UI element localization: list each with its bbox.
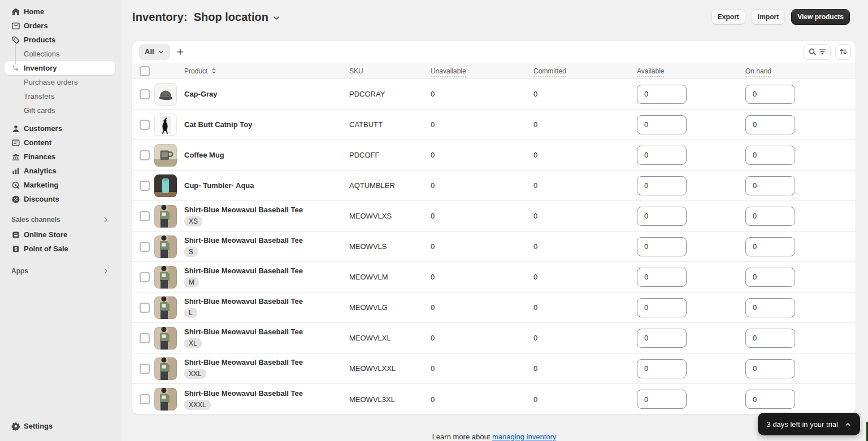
product-name-link[interactable]: Shirt-Blue Meowavul Baseball Tee bbox=[184, 389, 303, 398]
sku-cell: MEOWVLXXL bbox=[349, 364, 431, 373]
sidebar-item-gift-cards[interactable]: Gift cards bbox=[5, 103, 115, 117]
sidebar-item-inventory[interactable]: Inventory bbox=[5, 61, 115, 75]
sidebar-item-marketing[interactable]: Marketing bbox=[5, 178, 115, 192]
on-hand-input[interactable] bbox=[745, 146, 795, 165]
committed-cell: 0 bbox=[533, 212, 637, 220]
sidebar-item-products[interactable]: Products bbox=[5, 33, 115, 47]
export-button[interactable]: Export bbox=[711, 9, 745, 25]
view-products-button[interactable]: View products bbox=[791, 9, 850, 25]
unavailable-cell: 0 bbox=[431, 395, 533, 404]
sidebar-item-transfers[interactable]: Transfers bbox=[5, 89, 115, 103]
row-checkbox[interactable] bbox=[140, 242, 150, 252]
available-input[interactable] bbox=[637, 390, 687, 409]
row-checkbox[interactable] bbox=[140, 303, 150, 313]
sidebar-item-finances[interactable]: Finances bbox=[5, 150, 115, 164]
tabbar-right bbox=[804, 44, 851, 60]
title-wrap: Inventory: Shop location bbox=[132, 11, 280, 24]
row-checkbox[interactable] bbox=[140, 120, 150, 130]
on-hand-input[interactable] bbox=[745, 237, 795, 256]
sku-cell: MEOWVLM bbox=[349, 273, 431, 281]
product-thumbnail bbox=[154, 83, 177, 106]
on-hand-input[interactable] bbox=[745, 85, 795, 104]
sidebar-item-analytics[interactable]: Analytics bbox=[5, 164, 115, 178]
product-name-link[interactable]: Shirt-Blue Meowavul Baseball Tee bbox=[184, 236, 303, 244]
customers-icon bbox=[11, 124, 20, 133]
sidebar-section-header-apps[interactable]: Apps bbox=[5, 263, 115, 279]
available-input[interactable] bbox=[637, 268, 687, 287]
column-available: Available bbox=[637, 67, 745, 75]
filter-tabbar: All bbox=[132, 41, 856, 63]
on-hand-input[interactable] bbox=[745, 390, 795, 409]
sidebar-section-header-sales-channels[interactable]: Sales channels bbox=[5, 212, 115, 228]
on-hand-input[interactable] bbox=[745, 115, 795, 134]
tab-all[interactable]: All bbox=[139, 44, 170, 60]
available-input[interactable] bbox=[637, 298, 687, 317]
available-input[interactable] bbox=[637, 237, 687, 256]
sidebar-item-discounts[interactable]: Discounts bbox=[5, 192, 115, 206]
trial-toast[interactable]: 3 days left in your trial bbox=[758, 413, 860, 435]
product-thumbnail bbox=[154, 327, 177, 350]
product-name-link[interactable]: Cat Butt Catnip Toy bbox=[184, 120, 252, 129]
sidebar-item-home[interactable]: Home bbox=[5, 5, 115, 19]
row-checkbox[interactable] bbox=[140, 364, 150, 374]
row-checkbox[interactable] bbox=[140, 211, 150, 221]
unavailable-cell: 0 bbox=[431, 120, 533, 129]
on-hand-input[interactable] bbox=[745, 298, 795, 317]
sku-cell: MEOWVLXL bbox=[349, 334, 431, 342]
product-name-link[interactable]: Shirt-Blue Meowavul Baseball Tee bbox=[184, 328, 303, 336]
available-input[interactable] bbox=[637, 329, 687, 348]
on-hand-input[interactable] bbox=[745, 359, 795, 378]
product-name-link[interactable]: Cap-Gray bbox=[184, 90, 218, 98]
settings-icon bbox=[11, 422, 20, 431]
select-all-checkbox[interactable] bbox=[140, 66, 150, 76]
location-picker[interactable]: Shop location bbox=[194, 11, 280, 24]
on-hand-input[interactable] bbox=[745, 176, 795, 195]
import-button[interactable]: Import bbox=[752, 9, 785, 25]
product-thumbnail bbox=[154, 388, 177, 411]
sort-button[interactable] bbox=[835, 44, 851, 60]
table-row: Shirt-Blue Meowavul Baseball TeeLMEOWVLG… bbox=[132, 292, 856, 323]
available-input[interactable] bbox=[637, 207, 687, 226]
pos-icon bbox=[11, 244, 20, 254]
add-view-button[interactable] bbox=[172, 44, 188, 60]
row-checkbox[interactable] bbox=[140, 394, 150, 404]
on-hand-input[interactable] bbox=[745, 207, 795, 226]
sidebar-item-settings[interactable]: Settings bbox=[5, 419, 115, 433]
chevron-up-icon bbox=[845, 421, 851, 427]
sidebar-item-online-store[interactable]: Online Store bbox=[5, 228, 115, 242]
sidebar-item-purchase-orders[interactable]: Purchase orders bbox=[5, 75, 115, 89]
product-name-link[interactable]: Shirt-Blue Meowavul Baseball Tee bbox=[184, 206, 303, 214]
sidebar-nav: HomeOrdersProductsCollectionsInventoryPu… bbox=[0, 0, 120, 279]
column-unavailable: Unavailable bbox=[431, 67, 533, 75]
product-name-link[interactable]: Cup- Tumbler- Aqua bbox=[184, 181, 254, 190]
available-input[interactable] bbox=[637, 85, 687, 104]
on-hand-input[interactable] bbox=[745, 268, 795, 287]
row-checkbox[interactable] bbox=[140, 333, 150, 343]
product-name-link[interactable]: Shirt-Blue Meowavul Baseball Tee bbox=[184, 358, 303, 366]
row-checkbox[interactable] bbox=[140, 89, 150, 99]
available-input[interactable] bbox=[637, 146, 687, 165]
product-name-link[interactable]: Shirt-Blue Meowavul Baseball Tee bbox=[184, 267, 303, 275]
column-product[interactable]: Product bbox=[184, 67, 349, 75]
header-actions: Export Import View products bbox=[711, 9, 850, 25]
sidebar-item-orders[interactable]: Orders bbox=[5, 19, 115, 33]
sidebar-item-customers[interactable]: Customers bbox=[5, 121, 115, 136]
available-input[interactable] bbox=[637, 176, 687, 195]
variant-size-badge: M bbox=[184, 277, 199, 287]
unavailable-cell: 0 bbox=[431, 303, 533, 312]
sidebar-item-collections[interactable]: Collections bbox=[5, 47, 115, 61]
row-checkbox[interactable] bbox=[140, 150, 150, 160]
managing-inventory-link[interactable]: managing inventory bbox=[492, 433, 556, 441]
search-filter-button[interactable] bbox=[804, 44, 831, 60]
on-hand-input[interactable] bbox=[745, 329, 795, 348]
tab-all-label: All bbox=[145, 47, 154, 56]
available-input[interactable] bbox=[637, 359, 687, 378]
sku-cell: MEOWVLXS bbox=[349, 212, 431, 220]
product-name-link[interactable]: Shirt-Blue Meowavul Baseball Tee bbox=[184, 297, 303, 305]
product-name-link[interactable]: Coffee Mug bbox=[184, 151, 224, 159]
sidebar-item-content[interactable]: Content bbox=[5, 136, 115, 150]
row-checkbox[interactable] bbox=[140, 272, 150, 282]
row-checkbox[interactable] bbox=[140, 181, 150, 191]
available-input[interactable] bbox=[637, 115, 687, 134]
sidebar-item-point-of-sale[interactable]: Point of Sale bbox=[5, 242, 115, 256]
